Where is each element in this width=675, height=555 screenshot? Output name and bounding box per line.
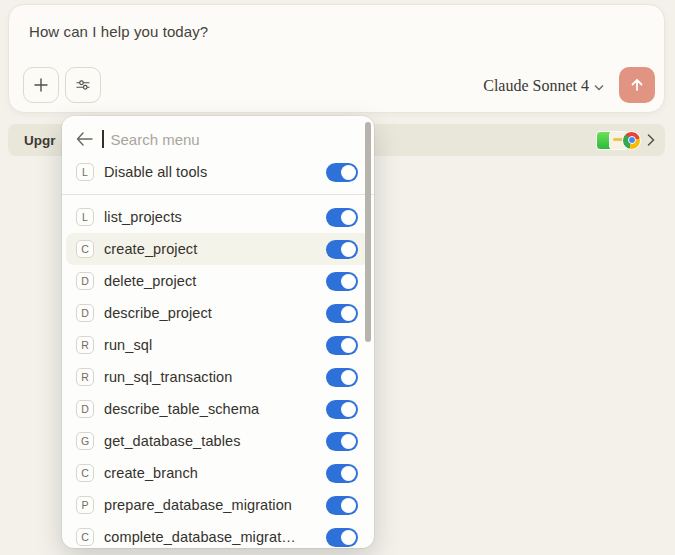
toggle-knob <box>341 434 356 449</box>
shortcut-badge: C <box>76 240 94 258</box>
shortcut-badge: C <box>76 464 94 482</box>
menu-item-label: delete_project <box>104 273 316 289</box>
menu-item-label: prepare_database_migration <box>104 497 316 513</box>
shortcut-badge: L <box>76 163 94 181</box>
shortcut-badge: R <box>76 368 94 386</box>
menu-divider <box>62 194 374 195</box>
model-selector[interactable]: Claude Sonnet 4 <box>483 77 604 95</box>
chevron-down-icon <box>594 84 604 91</box>
shortcut-badge: D <box>76 304 94 322</box>
toggle-knob <box>341 530 356 545</box>
menu-item-label: create_branch <box>104 465 316 481</box>
attach-plus-button[interactable] <box>23 67 59 103</box>
text-caret <box>102 130 104 148</box>
shortcut-badge: P <box>76 496 94 514</box>
arrow-up-icon <box>629 77 645 93</box>
menu-item-label: run_sql_transaction <box>104 369 316 385</box>
toggle-knob <box>341 498 356 513</box>
toggle-knob <box>341 338 356 353</box>
menu-item-run-sql-transaction[interactable]: R run_sql_transaction <box>66 361 370 393</box>
toggle-switch[interactable] <box>326 240 358 259</box>
menu-item-delete-project[interactable]: D delete_project <box>66 265 370 297</box>
menu-item-describe-table-schema[interactable]: D describe_table_schema <box>66 393 370 425</box>
toggle-knob <box>341 210 356 225</box>
chat-composer[interactable]: How can I help you today? Claude Sonnet … <box>8 4 665 113</box>
toggle-knob <box>341 165 356 180</box>
menu-item-complete-database-migration[interactable]: C complete_database_migrat… <box>66 521 370 548</box>
toggle-switch[interactable] <box>326 400 358 419</box>
toggle-switch[interactable] <box>326 272 358 291</box>
shortcut-badge: D <box>76 400 94 418</box>
shortcut-badge: R <box>76 336 94 354</box>
tools-menu: L Disable all tools L list_projects C cr… <box>62 116 374 548</box>
chevron-right-icon[interactable] <box>647 134 655 146</box>
menu-item-label: describe_project <box>104 305 316 321</box>
menu-item-label: run_sql <box>104 337 316 353</box>
menu-item-get-database-tables[interactable]: G get_database_tables <box>66 425 370 457</box>
menu-item-disable-all-tools[interactable]: L Disable all tools <box>66 156 370 188</box>
menu-item-label: list_projects <box>104 209 316 225</box>
shortcut-badge: D <box>76 272 94 290</box>
toggle-switch[interactable] <box>326 368 358 387</box>
app-icon-stack <box>596 131 641 150</box>
toggle-switch[interactable] <box>326 464 358 483</box>
menu-scrollbar[interactable] <box>365 122 371 342</box>
menu-item-label: complete_database_migrat… <box>104 529 316 545</box>
menu-search-row <box>62 122 374 156</box>
banner-text: Upgr <box>24 133 56 148</box>
model-selector-label: Claude Sonnet 4 <box>483 77 589 95</box>
menu-item-label: create_project <box>104 241 316 257</box>
menu-item-list-projects[interactable]: L list_projects <box>66 201 370 233</box>
menu-item-run-sql[interactable]: R run_sql <box>66 329 370 361</box>
chrome-app-icon <box>622 131 641 150</box>
toggle-switch[interactable] <box>326 163 358 182</box>
toggle-switch[interactable] <box>326 336 358 355</box>
tools-sliders-button[interactable] <box>65 67 101 103</box>
plus-icon <box>33 77 49 93</box>
toggle-switch[interactable] <box>326 432 358 451</box>
shortcut-badge: G <box>76 432 94 450</box>
send-button[interactable] <box>619 67 655 103</box>
menu-item-describe-project[interactable]: D describe_project <box>66 297 370 329</box>
menu-item-create-branch[interactable]: C create_branch <box>66 457 370 489</box>
toggle-knob <box>341 306 356 321</box>
toggle-knob <box>341 242 356 257</box>
menu-item-prepare-database-migration[interactable]: P prepare_database_migration <box>66 489 370 521</box>
shortcut-badge: L <box>76 208 94 226</box>
toggle-knob <box>341 274 356 289</box>
toggle-knob <box>341 402 356 417</box>
toggle-knob <box>341 466 356 481</box>
menu-item-label: describe_table_schema <box>104 401 316 417</box>
shortcut-badge: C <box>76 528 94 546</box>
arrow-left-icon[interactable] <box>76 132 93 146</box>
menu-item-create-project[interactable]: C create_project <box>66 233 370 265</box>
toggle-switch[interactable] <box>326 496 358 515</box>
toggle-switch[interactable] <box>326 304 358 323</box>
menu-item-label: Disable all tools <box>104 164 316 180</box>
toggle-switch[interactable] <box>326 208 358 227</box>
toggle-knob <box>341 370 356 385</box>
search-input[interactable] <box>111 131 361 148</box>
toggle-switch[interactable] <box>326 528 358 547</box>
composer-placeholder: How can I help you today? <box>29 23 208 40</box>
sliders-icon <box>74 76 92 94</box>
menu-item-label: get_database_tables <box>104 433 316 449</box>
